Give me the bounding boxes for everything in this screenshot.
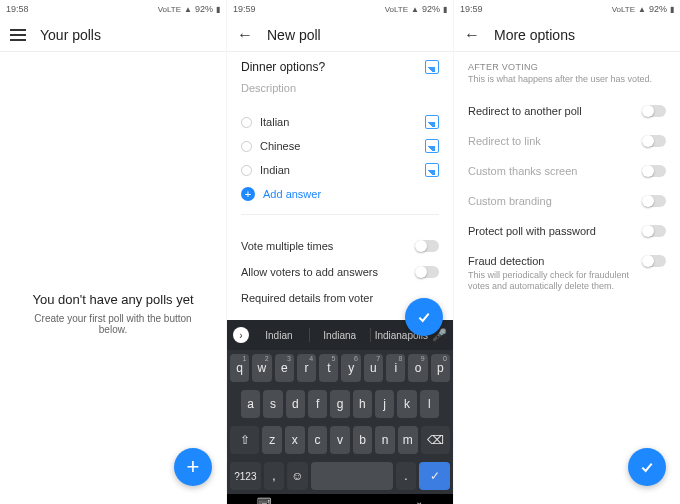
- expand-icon[interactable]: ›: [233, 327, 249, 343]
- key[interactable]: c: [308, 426, 328, 454]
- numbers-key[interactable]: ?123: [230, 462, 261, 490]
- key[interactable]: f: [308, 390, 327, 418]
- plus-icon: +: [241, 187, 255, 201]
- key[interactable]: g: [330, 390, 349, 418]
- toggle[interactable]: [642, 255, 666, 267]
- key[interactable]: d: [286, 390, 305, 418]
- toggle[interactable]: [415, 266, 439, 278]
- key[interactable]: m: [398, 426, 418, 454]
- option-fraud-detection[interactable]: Fraud detection This will periodically c…: [454, 246, 680, 302]
- key[interactable]: x: [285, 426, 305, 454]
- signal-icon: ▲: [184, 5, 192, 14]
- add-image-icon[interactable]: [425, 139, 439, 153]
- screen-more-options: 19:59 VoLTE ▲ 92% ▮ ← More options AFTER…: [454, 0, 680, 504]
- key[interactable]: i8: [386, 354, 405, 382]
- suggestion[interactable]: Indian: [253, 330, 305, 341]
- nav-down-icon[interactable]: ⌄: [415, 496, 423, 505]
- create-poll-button[interactable]: +: [174, 448, 212, 486]
- status-time: 19:59: [460, 4, 483, 14]
- radio-icon: [241, 117, 252, 128]
- add-image-icon[interactable]: [425, 163, 439, 177]
- radio-icon: [241, 165, 252, 176]
- confirm-button[interactable]: [405, 298, 443, 336]
- option-custom-thanks[interactable]: Custom thanks screen: [454, 156, 680, 186]
- confirm-button[interactable]: [628, 448, 666, 486]
- question-input[interactable]: Dinner options?: [241, 60, 325, 74]
- page-title: Your polls: [40, 27, 101, 43]
- space-key[interactable]: [311, 462, 393, 490]
- key[interactable]: p0: [431, 354, 450, 382]
- option-vote-multiple[interactable]: Vote multiple times: [241, 233, 439, 259]
- key[interactable]: y6: [341, 354, 360, 382]
- answer-row[interactable]: Indian: [241, 158, 439, 182]
- toggle[interactable]: [642, 165, 666, 177]
- toggle[interactable]: [642, 225, 666, 237]
- screen-your-polls: 19:58 VoLTE ▲ 92% ▮ Your polls You don't…: [0, 0, 226, 504]
- signal-icon: ▲: [411, 5, 419, 14]
- key[interactable]: u7: [364, 354, 383, 382]
- toggle[interactable]: [415, 240, 439, 252]
- back-icon[interactable]: ←: [464, 26, 480, 44]
- period-key[interactable]: .: [396, 462, 417, 490]
- answer-row[interactable]: Chinese: [241, 134, 439, 158]
- answer-row[interactable]: Italian: [241, 110, 439, 134]
- add-answer-button[interactable]: + Add answer: [241, 182, 439, 206]
- key[interactable]: a: [241, 390, 260, 418]
- option-password[interactable]: Protect poll with password: [454, 216, 680, 246]
- toggle[interactable]: [642, 135, 666, 147]
- status-bar: 19:59 VoLTE ▲ 92% ▮: [227, 0, 453, 18]
- keyboard[interactable]: › Indian Indiana Indianapolis 🎤 q1 w2 e3…: [227, 320, 453, 504]
- add-image-icon[interactable]: [425, 60, 439, 74]
- enter-key[interactable]: ✓: [419, 462, 450, 490]
- option-redirect-poll[interactable]: Redirect to another poll: [454, 96, 680, 126]
- app-bar: ← New poll: [227, 18, 453, 52]
- emoji-key[interactable]: ☺: [287, 462, 308, 490]
- key[interactable]: r4: [297, 354, 316, 382]
- key[interactable]: z: [262, 426, 282, 454]
- shift-key[interactable]: ⇧: [230, 426, 259, 454]
- toggle[interactable]: [642, 105, 666, 117]
- network-label: VoLTE: [612, 5, 635, 14]
- option-custom-branding[interactable]: Custom branding: [454, 186, 680, 216]
- key[interactable]: w2: [252, 354, 271, 382]
- key[interactable]: n: [375, 426, 395, 454]
- network-label: VoLTE: [385, 5, 408, 14]
- option-voters-add[interactable]: Allow voters to add answers: [241, 259, 439, 285]
- key[interactable]: q1: [230, 354, 249, 382]
- backspace-key[interactable]: ⌫: [421, 426, 450, 454]
- comma-key[interactable]: ,: [264, 462, 285, 490]
- battery-label: 92%: [649, 4, 667, 14]
- radio-icon: [241, 141, 252, 152]
- nav-keyboard-icon[interactable]: ⌨: [257, 496, 271, 505]
- key[interactable]: v: [330, 426, 350, 454]
- empty-state: You don't have any polls yet Create your…: [0, 292, 226, 335]
- key[interactable]: k: [397, 390, 416, 418]
- page-title: More options: [494, 27, 575, 43]
- section-header: AFTER VOTING: [454, 52, 680, 74]
- section-subtext: This is what happens after the user has …: [454, 74, 680, 96]
- battery-label: 92%: [422, 4, 440, 14]
- toggle[interactable]: [642, 195, 666, 207]
- empty-heading: You don't have any polls yet: [20, 292, 206, 307]
- key[interactable]: t5: [319, 354, 338, 382]
- screen-new-poll: 19:59 VoLTE ▲ 92% ▮ ← New poll Dinner op…: [226, 0, 454, 504]
- page-title: New poll: [267, 27, 321, 43]
- key[interactable]: h: [353, 390, 372, 418]
- back-icon[interactable]: ←: [237, 26, 253, 44]
- app-bar: ← More options: [454, 18, 680, 52]
- app-bar: Your polls: [0, 18, 226, 52]
- description-input[interactable]: Description: [241, 82, 439, 94]
- option-redirect-link[interactable]: Redirect to link: [454, 126, 680, 156]
- network-label: VoLTE: [158, 5, 181, 14]
- key[interactable]: s: [263, 390, 282, 418]
- menu-icon[interactable]: [10, 29, 26, 41]
- add-image-icon[interactable]: [425, 115, 439, 129]
- key[interactable]: e3: [275, 354, 294, 382]
- key[interactable]: o9: [408, 354, 427, 382]
- key[interactable]: b: [353, 426, 373, 454]
- status-time: 19:58: [6, 4, 29, 14]
- battery-icon: ▮: [216, 5, 220, 14]
- suggestion[interactable]: Indiana: [314, 330, 366, 341]
- key[interactable]: l: [420, 390, 439, 418]
- key[interactable]: j: [375, 390, 394, 418]
